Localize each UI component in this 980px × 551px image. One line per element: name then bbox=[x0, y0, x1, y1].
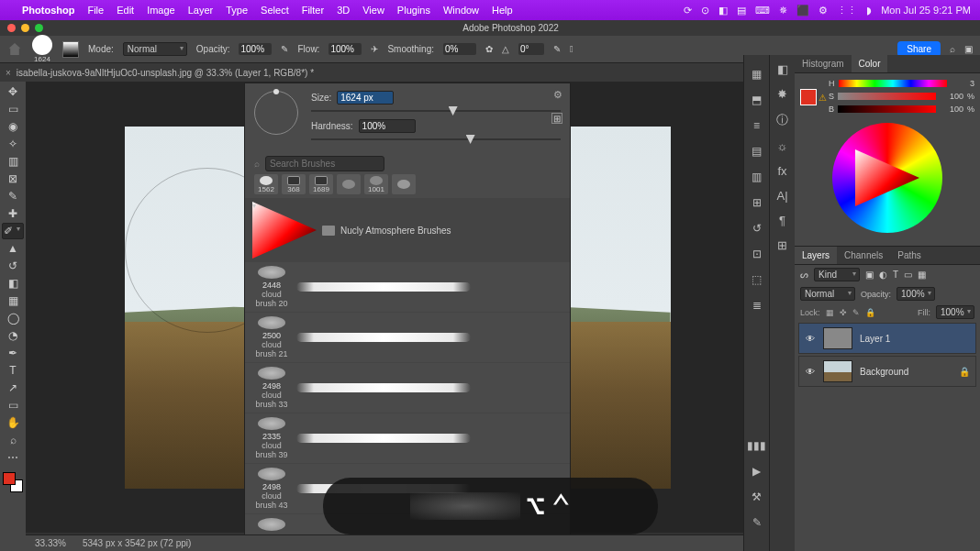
tab-color[interactable]: Color bbox=[852, 55, 888, 72]
menu-view[interactable]: View bbox=[362, 5, 384, 16]
flow-input[interactable] bbox=[329, 43, 362, 55]
marquee-tool[interactable]: ▭ bbox=[2, 101, 24, 117]
pressure-size-icon[interactable]: ✎ bbox=[553, 44, 561, 54]
type-tool[interactable]: T bbox=[2, 362, 24, 379]
styles-icon[interactable]: fx bbox=[777, 164, 786, 178]
hand-tool[interactable]: ✋ bbox=[2, 414, 24, 431]
panel-icon[interactable]: ▮▮▮ bbox=[747, 439, 766, 452]
shape-tool[interactable]: ▭ bbox=[2, 397, 24, 413]
tab-paths[interactable]: Paths bbox=[890, 247, 929, 264]
app-name[interactable]: Photoshop bbox=[22, 5, 74, 16]
home-icon[interactable] bbox=[7, 42, 22, 57]
lock-position-icon[interactable]: ✜ bbox=[840, 308, 847, 317]
tray-icon[interactable]: ⚙ bbox=[819, 5, 828, 17]
gradient-tool[interactable]: ▦ bbox=[2, 292, 24, 309]
eyedropper-tool[interactable]: ✎ bbox=[2, 188, 24, 204]
size-slider[interactable] bbox=[311, 110, 561, 112]
menu-image[interactable]: Image bbox=[147, 5, 175, 16]
panel-icon[interactable]: ⬚ bbox=[752, 273, 762, 286]
layer-thumbnail[interactable] bbox=[823, 327, 852, 349]
zoom-window-button[interactable] bbox=[35, 24, 43, 32]
search-icon[interactable]: ⌕ bbox=[950, 44, 955, 54]
panel-icon[interactable]: ⊞ bbox=[752, 196, 762, 209]
symmetry-icon[interactable]: 𓆣 bbox=[570, 44, 574, 54]
swatches-icon[interactable]: ✸ bbox=[777, 87, 787, 101]
pressure-opacity-icon[interactable]: ✎ bbox=[281, 44, 288, 54]
bri-slider[interactable] bbox=[838, 105, 936, 113]
tab-histogram[interactable]: Histogram bbox=[795, 55, 852, 72]
blend-mode-select[interactable]: Normal bbox=[800, 287, 855, 301]
recent-brush[interactable]: 1001 bbox=[364, 174, 388, 194]
menu-type[interactable]: Type bbox=[226, 5, 248, 16]
hardness-slider[interactable] bbox=[311, 138, 561, 140]
lasso-tool[interactable]: ◉ bbox=[2, 118, 24, 135]
panel-icon[interactable]: ✎ bbox=[752, 516, 762, 529]
eraser-tool[interactable]: ◧ bbox=[2, 275, 24, 292]
disclosure-triangle-icon[interactable]: ▾ bbox=[252, 202, 317, 259]
brush-row[interactable]: 2448cloud brush 20 bbox=[245, 262, 570, 313]
angle-input[interactable] bbox=[518, 43, 544, 55]
tray-icon[interactable]: ⟳ bbox=[684, 5, 692, 17]
tray-icon[interactable]: ◧ bbox=[718, 5, 728, 17]
layer-name[interactable]: Layer 1 bbox=[860, 334, 890, 344]
brush-row[interactable]: 2498cloud brush 33 bbox=[245, 363, 570, 413]
filter-smart-icon[interactable]: ▦ bbox=[918, 270, 926, 280]
recent-brush[interactable]: 1562 bbox=[254, 174, 278, 194]
color-wheel[interactable] bbox=[832, 123, 942, 233]
lock-paint-icon[interactable]: ✎ bbox=[852, 308, 860, 317]
visibility-icon[interactable]: 👁 bbox=[805, 367, 816, 377]
recent-brush[interactable]: 1689 bbox=[309, 174, 333, 194]
tray-icon[interactable]: ▤ bbox=[737, 5, 746, 17]
panel-icon[interactable]: ▥ bbox=[752, 171, 762, 183]
zoom-level[interactable]: 33.33% bbox=[35, 538, 66, 548]
crop-tool[interactable]: ▥ bbox=[2, 153, 24, 170]
panel-icon[interactable]: ↺ bbox=[752, 222, 762, 235]
character-icon[interactable]: A| bbox=[776, 189, 787, 203]
brush-size-input[interactable] bbox=[337, 91, 394, 105]
tab-layers[interactable]: Layers bbox=[795, 247, 837, 264]
edit-toolbar-icon[interactable]: ⋯ bbox=[2, 449, 24, 466]
paragraph-icon[interactable]: ¶ bbox=[779, 214, 785, 227]
menu-select[interactable]: Select bbox=[261, 5, 289, 16]
panel-icon[interactable]: ⊡ bbox=[752, 248, 762, 260]
flyout-gear-icon[interactable]: ⚙ bbox=[553, 89, 562, 101]
minimize-window-button[interactable] bbox=[21, 24, 29, 32]
panel-icon[interactable]: ▦ bbox=[752, 68, 762, 81]
adjustments-icon[interactable]: ☼ bbox=[777, 139, 788, 153]
layer-row[interactable]: 👁Layer 1 bbox=[798, 323, 976, 354]
play-icon[interactable]: ▶ bbox=[752, 465, 761, 478]
menu-plugins[interactable]: Plugins bbox=[397, 5, 430, 16]
smoothing-gear-icon[interactable]: ✿ bbox=[485, 44, 493, 54]
tray-icon[interactable]: ⬛ bbox=[796, 5, 809, 17]
close-tab-icon[interactable]: × bbox=[6, 68, 11, 78]
panel-icon[interactable]: ⚒ bbox=[752, 490, 762, 503]
hardness-input[interactable] bbox=[359, 119, 416, 133]
fg-swatch[interactable] bbox=[800, 89, 817, 105]
foreground-swatch[interactable] bbox=[3, 472, 16, 485]
layer-thumbnail[interactable] bbox=[823, 360, 852, 382]
healing-tool[interactable]: ✚ bbox=[2, 205, 24, 222]
zoom-tool[interactable]: ⌕ bbox=[2, 432, 24, 448]
info-icon[interactable]: ⓘ bbox=[776, 112, 788, 128]
foreground-background-colors[interactable] bbox=[3, 472, 23, 492]
brush-preview-icon[interactable] bbox=[32, 35, 52, 55]
pen-tool[interactable]: ✒ bbox=[2, 345, 24, 361]
tab-channels[interactable]: Channels bbox=[837, 247, 890, 264]
menu-filter[interactable]: Filter bbox=[302, 5, 324, 16]
brush-settings-icon[interactable] bbox=[62, 41, 79, 58]
path-tool[interactable]: ↗ bbox=[2, 380, 24, 396]
frame-tool[interactable]: ⊠ bbox=[2, 171, 24, 187]
lock-all-icon[interactable]: 🔒 bbox=[865, 308, 875, 317]
menu-edit[interactable]: Edit bbox=[117, 5, 134, 16]
lock-pixels-icon[interactable]: ▦ bbox=[826, 308, 834, 317]
libraries-icon[interactable]: ⊞ bbox=[777, 238, 787, 252]
layer-fill-input[interactable]: 100% bbox=[936, 305, 974, 319]
recent-brush[interactable] bbox=[337, 174, 361, 194]
blur-tool[interactable]: ◯ bbox=[2, 310, 24, 326]
brush-angle-control[interactable] bbox=[254, 91, 298, 135]
panel-icon[interactable]: ≡ bbox=[753, 119, 760, 132]
stamp-tool[interactable]: ▲ bbox=[2, 240, 24, 257]
menu-window[interactable]: Window bbox=[443, 5, 479, 16]
color-icon[interactable]: ◧ bbox=[777, 62, 788, 76]
filter-pixel-icon[interactable]: ▣ bbox=[865, 270, 874, 280]
